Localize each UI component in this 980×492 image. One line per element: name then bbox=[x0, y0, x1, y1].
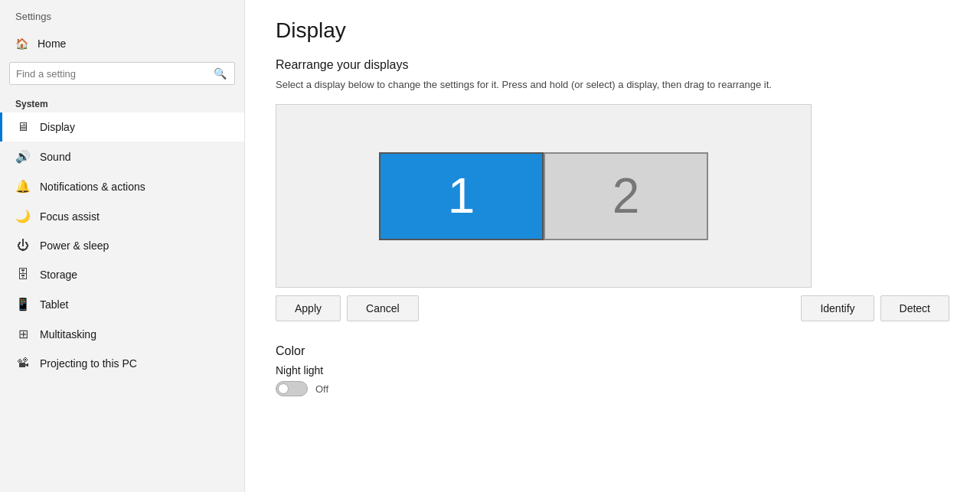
color-section: Color Night light Off bbox=[276, 344, 949, 396]
display-icon: 🖥 bbox=[15, 120, 31, 134]
sidebar-item-sound[interactable]: 🔊 Sound bbox=[0, 142, 244, 171]
sidebar-item-sound-label: Sound bbox=[40, 151, 70, 163]
sidebar-item-storage[interactable]: 🗄 Storage bbox=[0, 260, 244, 289]
sidebar-item-display[interactable]: 🖥 Display bbox=[0, 112, 244, 142]
night-light-toggle-row: Off bbox=[276, 381, 949, 396]
sound-icon: 🔊 bbox=[15, 149, 31, 164]
main-content: Display Rearrange your displays Select a… bbox=[245, 0, 980, 492]
night-light-label: Night light bbox=[276, 364, 323, 376]
sidebar-item-notifications-label: Notifications & actions bbox=[40, 181, 145, 193]
focus-icon: 🌙 bbox=[15, 209, 31, 223]
home-label: Home bbox=[38, 37, 66, 50]
sidebar-item-notifications[interactable]: 🔔 Notifications & actions bbox=[0, 171, 244, 201]
sidebar: Settings 🏠 Home 🔍 System 🖥 Display 🔊 Sou… bbox=[0, 0, 245, 492]
action-buttons: Apply Cancel Identify Detect bbox=[276, 288, 949, 329]
storage-icon: 🗄 bbox=[15, 268, 31, 282]
page-title: Display bbox=[276, 18, 949, 43]
toggle-knob bbox=[278, 383, 289, 394]
tablet-icon: 📱 bbox=[15, 297, 31, 311]
sidebar-item-focus[interactable]: 🌙 Focus assist bbox=[0, 201, 244, 231]
search-box: 🔍 bbox=[9, 62, 235, 85]
sidebar-item-storage-label: Storage bbox=[40, 269, 77, 281]
multitasking-icon: ⊞ bbox=[15, 327, 31, 341]
sidebar-item-power[interactable]: ⏻ Power & sleep bbox=[0, 231, 244, 260]
home-icon: 🏠 bbox=[15, 37, 28, 50]
sidebar-item-projecting-label: Projecting to this PC bbox=[40, 357, 137, 370]
detect-button[interactable]: Detect bbox=[880, 295, 949, 321]
sidebar-item-display-label: Display bbox=[40, 121, 75, 133]
monitor-2-label: 2 bbox=[612, 168, 640, 224]
identify-button[interactable]: Identify bbox=[801, 295, 874, 321]
power-icon: ⏻ bbox=[15, 239, 31, 253]
projecting-icon: 📽 bbox=[15, 357, 31, 370]
notifications-icon: 🔔 bbox=[15, 179, 31, 194]
sidebar-item-focus-label: Focus assist bbox=[40, 210, 100, 223]
cancel-button[interactable]: Cancel bbox=[347, 295, 419, 321]
monitor-container: 1 2 bbox=[379, 152, 708, 240]
sidebar-item-power-label: Power & sleep bbox=[40, 239, 109, 252]
sidebar-item-multitasking[interactable]: ⊞ Multitasking bbox=[0, 319, 244, 349]
night-light-toggle[interactable] bbox=[276, 381, 308, 396]
monitor-2[interactable]: 2 bbox=[544, 152, 708, 240]
sidebar-item-projecting[interactable]: 📽 Projecting to this PC bbox=[0, 349, 244, 378]
sidebar-item-tablet[interactable]: 📱 Tablet bbox=[0, 289, 244, 319]
app-title: Settings bbox=[0, 0, 244, 30]
apply-button[interactable]: Apply bbox=[276, 295, 341, 321]
search-button[interactable]: 🔍 bbox=[212, 66, 228, 81]
system-section-label: System bbox=[0, 93, 244, 112]
rearrange-desc: Select a display below to change the set… bbox=[276, 78, 949, 92]
sidebar-item-tablet-label: Tablet bbox=[40, 298, 68, 311]
monitor-1-label: 1 bbox=[448, 168, 475, 224]
monitor-1[interactable]: 1 bbox=[379, 152, 544, 240]
search-input[interactable] bbox=[16, 68, 212, 80]
night-light-row: Night light bbox=[276, 364, 949, 376]
night-light-status: Off bbox=[315, 383, 328, 395]
sidebar-item-multitasking-label: Multitasking bbox=[40, 328, 96, 340]
rearrange-title: Rearrange your displays bbox=[276, 58, 949, 72]
color-section-title: Color bbox=[276, 344, 949, 358]
display-area: 1 2 bbox=[276, 104, 812, 288]
sidebar-item-home[interactable]: 🏠 Home bbox=[0, 30, 244, 57]
